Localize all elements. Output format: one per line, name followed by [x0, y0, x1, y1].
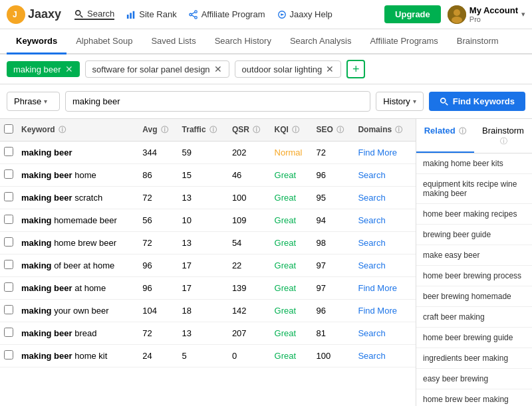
row-checkbox-cell	[0, 277, 17, 300]
row-domains[interactable]: Search	[354, 232, 416, 254]
row-avg: 56	[138, 209, 178, 232]
row-checkbox[interactable]	[4, 147, 13, 156]
related-item[interactable]: easy beer brewing	[416, 369, 532, 389]
nav-search[interactable]: Search	[74, 9, 114, 20]
row-domains[interactable]: Search	[354, 345, 416, 367]
row-kqi: Great	[271, 345, 313, 367]
account-menu[interactable]: My Account Pro ▾	[448, 5, 525, 24]
related-item[interactable]: make easy beer	[416, 245, 532, 266]
avg-info-icon[interactable]: ⓘ	[161, 126, 168, 134]
row-checkbox[interactable]	[4, 192, 13, 201]
keyword-info-icon[interactable]: ⓘ	[59, 126, 66, 134]
row-qsr: 0	[228, 345, 271, 367]
account-name: My Account	[469, 5, 518, 15]
nav-affiliate[interactable]: Affiliate Program	[189, 9, 265, 19]
tag-outdoor-solar-close[interactable]: ✕	[326, 64, 334, 74]
svg-line-10	[192, 12, 194, 14]
nav-help[interactable]: Jaaxy Help	[277, 9, 332, 19]
row-traffic: 13	[178, 232, 228, 254]
traffic-info-icon[interactable]: ⓘ	[209, 126, 217, 134]
tab-alphabet-soup[interactable]: Alphabet Soup	[66, 29, 142, 54]
row-domains[interactable]: Search	[354, 209, 416, 232]
keyword-search-input[interactable]	[65, 91, 370, 112]
related-item[interactable]: beer brewing homemade	[416, 286, 532, 307]
row-keyword: making beer at home	[17, 277, 138, 300]
rp-tab-brainstorm[interactable]: Brainstorm ⓘ	[474, 119, 532, 153]
row-kqi: Great	[271, 300, 313, 322]
related-item[interactable]: home brew beer making	[416, 389, 532, 406]
row-qsr: 109	[228, 209, 271, 232]
tag-making-beer-close[interactable]: ✕	[65, 64, 73, 74]
row-checkbox-cell	[0, 142, 17, 164]
keyword-table: Keyword ⓘ Avg ⓘ Traffic ⓘ QSR ⓘ	[0, 119, 416, 367]
row-domains[interactable]: Search	[354, 254, 416, 277]
rp-tab-related[interactable]: Related ⓘ	[416, 119, 474, 153]
tag-software-solar-close[interactable]: ✕	[214, 64, 222, 74]
keyword-bold-part: making	[21, 260, 52, 270]
svg-line-18	[446, 102, 448, 105]
row-avg: 96	[138, 277, 178, 300]
tab-saved-lists[interactable]: Saved Lists	[142, 29, 205, 54]
row-checkbox[interactable]	[4, 260, 13, 269]
related-item[interactable]: equipment kits recipe wine making beer	[416, 174, 532, 204]
row-checkbox[interactable]	[4, 215, 13, 224]
row-checkbox[interactable]	[4, 169, 13, 179]
tag-software-solar[interactable]: software for solar panel design ✕	[85, 60, 229, 78]
tab-search-history[interactable]: Search History	[205, 29, 281, 54]
row-checkbox[interactable]	[4, 350, 13, 359]
domains-info-icon[interactable]: ⓘ	[395, 126, 402, 134]
row-domains[interactable]: Find More	[354, 300, 416, 322]
related-item[interactable]: home beer making recipes	[416, 204, 532, 225]
phrase-dropdown[interactable]: Phrase ▾	[7, 92, 60, 111]
nav-site-rank[interactable]: Site Rank	[126, 9, 176, 19]
nav-search-label: Search	[87, 9, 114, 19]
related-info-icon[interactable]: ⓘ	[459, 127, 466, 135]
account-sub: Pro	[469, 15, 518, 23]
related-item[interactable]: home beer brewing guide	[416, 328, 532, 348]
row-checkbox-cell	[0, 187, 17, 209]
tag-outdoor-solar[interactable]: outdoor solar lighting ✕	[235, 60, 342, 78]
seo-info-icon[interactable]: ⓘ	[336, 126, 344, 134]
tab-affiliate-programs[interactable]: Affiliate Programs	[360, 29, 447, 54]
related-item[interactable]: brewing beer guide	[416, 225, 532, 245]
find-keywords-button[interactable]: Find Keywords	[429, 92, 525, 111]
row-checkbox[interactable]	[4, 328, 13, 337]
row-seo: 95	[313, 187, 354, 209]
svg-point-7	[194, 10, 197, 13]
tab-keywords[interactable]: Keywords	[7, 29, 66, 54]
row-keyword: making your own beer	[17, 300, 138, 322]
search-tag-bar: making beer ✕ software for solar panel d…	[0, 54, 532, 84]
related-item[interactable]: home beer brewing process	[416, 266, 532, 286]
tag-making-beer[interactable]: making beer ✕	[7, 61, 80, 77]
tag-outdoor-solar-label: outdoor solar lighting	[242, 64, 323, 74]
row-checkbox-cell	[0, 254, 17, 277]
keyword-bold-part: making beer	[21, 148, 72, 157]
related-item[interactable]: craft beer making	[416, 307, 532, 328]
keyword-rest-part: bread	[72, 328, 97, 338]
row-domains[interactable]: Find More	[354, 277, 416, 300]
avatar	[448, 5, 466, 24]
qsr-info-icon[interactable]: ⓘ	[253, 126, 260, 134]
select-all-checkbox[interactable]	[4, 124, 13, 134]
row-domains[interactable]: Search	[354, 187, 416, 209]
kqi-info-icon[interactable]: ⓘ	[292, 126, 299, 134]
tab-brainstorm[interactable]: Brainstorm	[448, 29, 508, 54]
related-item[interactable]: ingredients beer making	[416, 348, 532, 369]
row-domains[interactable]: Find More	[354, 142, 416, 164]
row-checkbox[interactable]	[4, 282, 13, 292]
upgrade-button[interactable]: Upgrade	[384, 5, 441, 23]
row-domains[interactable]: Search	[354, 322, 416, 345]
add-tag-button[interactable]: +	[346, 60, 365, 78]
row-domains[interactable]: Search	[354, 164, 416, 187]
nav-right: Upgrade My Account Pro ▾	[384, 5, 525, 24]
row-avg: 86	[138, 164, 178, 187]
brainstorm-info-icon[interactable]: ⓘ	[500, 137, 507, 145]
row-avg: 72	[138, 187, 178, 209]
tab-search-analysis[interactable]: Search Analysis	[281, 29, 361, 54]
right-panel-tabs: Related ⓘ Brainstorm ⓘ	[416, 119, 532, 153]
logo[interactable]: J Jaaxy	[7, 5, 61, 24]
row-checkbox[interactable]	[4, 305, 13, 314]
row-checkbox[interactable]	[4, 237, 13, 247]
related-item[interactable]: making home beer kits	[416, 153, 532, 174]
history-dropdown[interactable]: History ▾	[376, 92, 423, 111]
